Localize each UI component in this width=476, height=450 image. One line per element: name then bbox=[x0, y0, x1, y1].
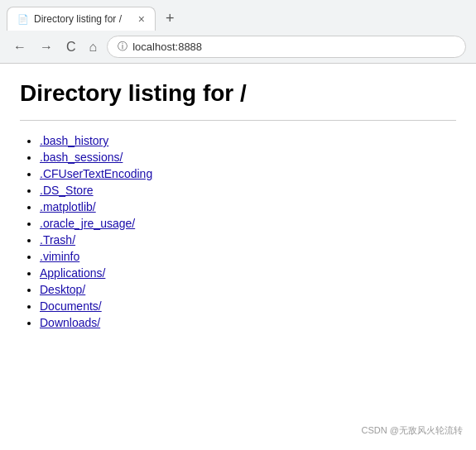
forward-button[interactable]: → bbox=[36, 38, 56, 56]
file-link[interactable]: Desktop/ bbox=[40, 283, 85, 296]
list-item: Applications/ bbox=[40, 266, 456, 280]
list-item: .bash_history bbox=[40, 134, 456, 147]
list-item: .oracle_jre_usage/ bbox=[40, 217, 456, 230]
file-link[interactable]: .oracle_jre_usage/ bbox=[40, 217, 135, 230]
address-text: localhost:8888 bbox=[132, 41, 202, 53]
page-content: Directory listing for / .bash_history.ba… bbox=[0, 64, 476, 349]
home-button[interactable]: ⌂ bbox=[86, 38, 101, 56]
file-link[interactable]: Applications/ bbox=[40, 266, 105, 280]
lock-icon: ⓘ bbox=[118, 40, 127, 54]
list-item: Documents/ bbox=[40, 299, 456, 313]
reload-button[interactable]: C bbox=[63, 38, 79, 56]
file-link[interactable]: Downloads/ bbox=[40, 316, 100, 329]
file-link[interactable]: .viminfo bbox=[40, 250, 79, 263]
file-link[interactable]: .Trash/ bbox=[40, 233, 75, 247]
list-item: .bash_sessions/ bbox=[40, 151, 456, 164]
list-item: .viminfo bbox=[40, 250, 456, 263]
browser-chrome: 📄 Directory listing for / × + ← → C ⌂ ⓘ … bbox=[0, 0, 476, 64]
divider bbox=[20, 120, 456, 121]
file-link[interactable]: Documents/ bbox=[40, 299, 102, 313]
watermark: CSDN @无敌风火轮流转 bbox=[362, 424, 463, 437]
list-item: .Trash/ bbox=[40, 233, 456, 247]
list-item: .CFUserTextEncoding bbox=[40, 167, 456, 180]
file-link[interactable]: .bash_sessions/ bbox=[40, 151, 123, 164]
file-link[interactable]: .matplotlib/ bbox=[40, 200, 96, 213]
file-list: .bash_history.bash_sessions/.CFUserTextE… bbox=[20, 134, 456, 329]
address-bar[interactable]: ⓘ localhost:8888 bbox=[107, 36, 466, 58]
tab-bar: 📄 Directory listing for / × + bbox=[0, 0, 476, 31]
tab-close-button[interactable]: × bbox=[138, 12, 145, 26]
list-item: .DS_Store bbox=[40, 184, 456, 197]
file-link[interactable]: .bash_history bbox=[40, 134, 108, 147]
tab-page-icon: 📄 bbox=[17, 14, 29, 25]
page-title: Directory listing for / bbox=[20, 80, 456, 107]
tab-title: Directory listing for / bbox=[34, 13, 122, 25]
nav-bar: ← → C ⌂ ⓘ localhost:8888 bbox=[0, 31, 476, 63]
back-button[interactable]: ← bbox=[10, 38, 30, 56]
list-item: Downloads/ bbox=[40, 316, 456, 329]
file-link[interactable]: .DS_Store bbox=[40, 184, 94, 197]
file-link[interactable]: .CFUserTextEncoding bbox=[40, 167, 152, 180]
list-item: Desktop/ bbox=[40, 283, 456, 296]
new-tab-button[interactable]: + bbox=[159, 7, 181, 31]
active-tab[interactable]: 📄 Directory listing for / × bbox=[7, 7, 156, 31]
list-item: .matplotlib/ bbox=[40, 200, 456, 213]
